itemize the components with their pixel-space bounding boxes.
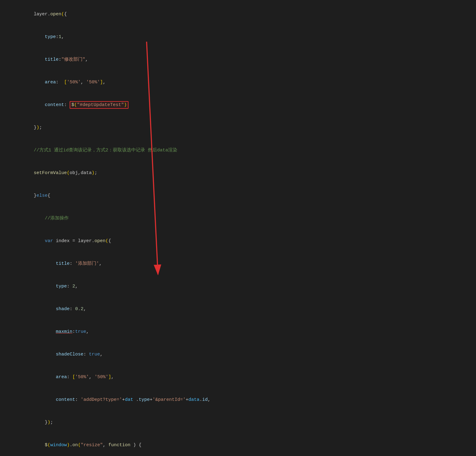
code-line: maxmin:true, (0, 321, 476, 343)
code-line: }); (0, 411, 476, 434)
code-line-content-highlight: content: $("#deptUpdateTest") (0, 94, 476, 116)
red-box-highlight: $("#deptUpdateTest") (70, 101, 129, 109)
code-line: }); (0, 116, 476, 139)
code-line: title: '添加部门', (0, 253, 476, 275)
code-line: area: ['50%', '50%'], (0, 366, 476, 389)
code-line: $(window).on("resize", function ) { (0, 434, 476, 456)
code-editor: layer.open({ type:1, title:"修改部门", area:… (0, 0, 476, 456)
code-line: //添加操作 (0, 207, 476, 230)
code-line: //方式1 通过id查询该记录，方式2：获取该选中记录 然后data渲染 (0, 139, 476, 162)
code-line: area: ['50%', '50%'], (0, 71, 476, 94)
code-line: }else{ (0, 184, 476, 207)
code-line: shade: 0.2, (0, 298, 476, 321)
code-line: var index = layer.open({ (0, 230, 476, 253)
code-line: shadeClose: true, (0, 343, 476, 366)
code-line: content: 'addDept?type='+dat .type+'&par… (0, 389, 476, 411)
code-line: type:1, (0, 26, 476, 48)
code-line: layer.open({ (0, 3, 476, 26)
code-line: type: 2, (0, 275, 476, 298)
code-line: title:"修改部门", (0, 48, 476, 71)
code-line: setFormValue(obj,data); (0, 162, 476, 184)
